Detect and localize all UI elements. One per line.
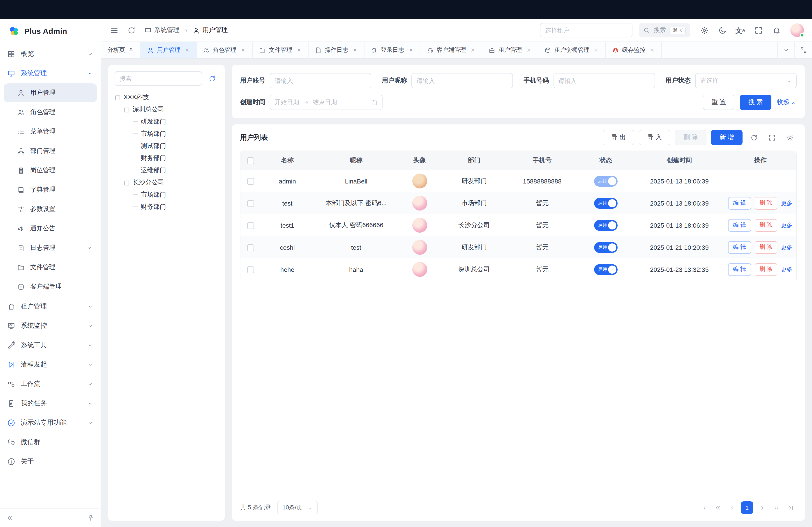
- language-button[interactable]: 文A: [733, 22, 748, 38]
- sidebar-item-log-management[interactable]: 日志管理: [4, 239, 97, 257]
- sidebar-item-my-tasks[interactable]: 我的任务: [0, 394, 101, 413]
- sidebar-item-dept-management[interactable]: 部门管理: [4, 141, 97, 161]
- sidebar-item-post-management[interactable]: 岗位管理: [4, 161, 97, 180]
- edit-button[interactable]: 编 辑: [728, 241, 751, 254]
- back-pages-button[interactable]: [712, 502, 724, 513]
- collapse-node-icon[interactable]: [115, 93, 121, 101]
- status-toggle[interactable]: 启用: [594, 242, 618, 253]
- sidebar-item-process-start[interactable]: 流程发起: [0, 355, 101, 374]
- fullscreen-button[interactable]: [751, 22, 766, 38]
- close-icon[interactable]: [185, 47, 190, 53]
- table-settings-button[interactable]: [783, 131, 797, 144]
- add-button[interactable]: 新 增: [711, 130, 742, 145]
- status-toggle[interactable]: 启用: [594, 176, 618, 186]
- sidebar-item-dict-management[interactable]: 字典管理: [4, 180, 97, 199]
- sidebar-item-menu-management[interactable]: 菜单管理: [4, 122, 97, 141]
- sidebar-item-workflow[interactable]: 工作流: [0, 374, 101, 394]
- tree-node[interactable]: 长沙分公司: [115, 176, 218, 189]
- sidebar-item-param-settings[interactable]: 参数设置: [4, 200, 97, 219]
- row-checkbox[interactable]: [247, 200, 254, 207]
- delete-button[interactable]: 删 除: [754, 241, 777, 254]
- page-size-select[interactable]: 10条/页: [277, 501, 318, 514]
- account-input[interactable]: [270, 73, 371, 88]
- close-icon[interactable]: [650, 47, 655, 53]
- status-toggle[interactable]: 启用: [594, 198, 618, 209]
- more-button[interactable]: 更多: [781, 265, 793, 273]
- tabs-menu-button[interactable]: [778, 42, 795, 58]
- settings-button[interactable]: [697, 22, 712, 38]
- close-icon[interactable]: [241, 47, 246, 53]
- theme-toggle-button[interactable]: [714, 22, 730, 38]
- created-date-range[interactable]: 开始日期 结束日期: [270, 95, 382, 110]
- sidebar-item-user-management[interactable]: 用户管理: [4, 84, 97, 102]
- export-button[interactable]: 导 出: [603, 130, 635, 145]
- tree-search-input[interactable]: [115, 71, 202, 86]
- reset-button[interactable]: 重 置: [703, 95, 735, 110]
- sidebar-item-about[interactable]: 关于: [0, 452, 101, 471]
- row-checkbox[interactable]: [247, 267, 254, 273]
- next-page-button[interactable]: [756, 502, 768, 513]
- search-button[interactable]: 搜 索: [740, 95, 771, 110]
- sidebar-item-system-monitor[interactable]: 系统监控: [0, 316, 101, 335]
- tenant-select[interactable]: [540, 23, 633, 37]
- close-icon[interactable]: [594, 47, 599, 53]
- tree-node[interactable]: 财务部门: [115, 201, 218, 213]
- breadcrumb-system-management[interactable]: 系统管理: [144, 26, 179, 34]
- sidebar-item-notice[interactable]: 通知公告: [4, 219, 97, 238]
- breadcrumb-user-management[interactable]: 用户管理: [193, 26, 228, 34]
- tabs-fullscreen-button[interactable]: [795, 42, 812, 58]
- import-button[interactable]: 导 入: [639, 130, 670, 145]
- user-avatar[interactable]: [791, 24, 804, 37]
- sidebar-item-demo-features[interactable]: 演示站专用功能: [0, 413, 101, 432]
- more-button[interactable]: 更多: [781, 199, 793, 207]
- notifications-button[interactable]: [769, 22, 784, 38]
- refresh-page-button[interactable]: [124, 22, 139, 38]
- delete-button[interactable]: 删 除: [754, 263, 777, 276]
- sidebar-item-system-tools[interactable]: 系统工具: [0, 335, 101, 355]
- tree-node[interactable]: 财务部门: [115, 152, 218, 164]
- collapse-node-icon[interactable]: [124, 179, 130, 186]
- edit-button[interactable]: 编 辑: [728, 197, 751, 209]
- pin-sidebar-button[interactable]: [87, 514, 94, 522]
- more-button[interactable]: 更多: [781, 243, 793, 251]
- current-page-button[interactable]: 1: [741, 501, 753, 514]
- tab-cache-monitor[interactable]: 缓存监控: [606, 42, 662, 58]
- status-toggle[interactable]: 启用: [594, 220, 618, 230]
- status-toggle[interactable]: 启用: [594, 264, 618, 275]
- last-page-button[interactable]: [785, 502, 797, 513]
- row-checkbox[interactable]: [247, 244, 254, 251]
- row-checkbox[interactable]: [247, 178, 254, 185]
- tree-refresh-button[interactable]: [206, 72, 218, 85]
- global-search[interactable]: 搜索 ⌘ K: [639, 23, 690, 37]
- tab-tenant-management[interactable]: 租户管理: [482, 42, 538, 58]
- tab-operation-log[interactable]: 操作日志: [308, 42, 364, 58]
- app-logo[interactable]: Plus Admin: [0, 19, 101, 44]
- prev-page-button[interactable]: [726, 502, 738, 513]
- edit-button[interactable]: 编 辑: [728, 219, 751, 231]
- row-checkbox[interactable]: [247, 222, 254, 229]
- status-select[interactable]: 请选择: [695, 73, 797, 88]
- tree-node[interactable]: 运维部门: [115, 164, 218, 176]
- delete-button[interactable]: 删 除: [754, 219, 777, 231]
- tree-node[interactable]: 深圳总公司: [115, 103, 218, 116]
- collapse-node-icon[interactable]: [124, 106, 130, 113]
- close-icon[interactable]: [526, 47, 532, 53]
- tree-node[interactable]: 研发部门: [115, 116, 218, 127]
- edit-button[interactable]: 编 辑: [728, 263, 751, 276]
- sidebar-item-role-management[interactable]: 角色管理: [4, 103, 97, 122]
- tree-node[interactable]: 市场部门: [115, 189, 218, 201]
- delete-button[interactable]: 删 除: [754, 197, 777, 209]
- table-fullscreen-button[interactable]: [765, 131, 779, 144]
- collapse-filters-link[interactable]: 收起: [777, 98, 797, 106]
- tab-tenant-package[interactable]: 租户套餐管理: [538, 42, 606, 58]
- nickname-input[interactable]: [412, 73, 513, 88]
- sidebar-item-tenant-management[interactable]: 租户管理: [0, 297, 101, 316]
- close-icon[interactable]: [470, 47, 476, 53]
- tab-client-management[interactable]: 客户端管理: [420, 42, 482, 58]
- sidebar-item-system-management[interactable]: 系统管理: [0, 63, 101, 83]
- hamburger-button[interactable]: [106, 22, 122, 38]
- tree-node[interactable]: XXX科技: [115, 91, 218, 103]
- close-icon[interactable]: [296, 47, 302, 53]
- select-all-checkbox[interactable]: [247, 157, 254, 164]
- first-page-button[interactable]: [697, 502, 709, 513]
